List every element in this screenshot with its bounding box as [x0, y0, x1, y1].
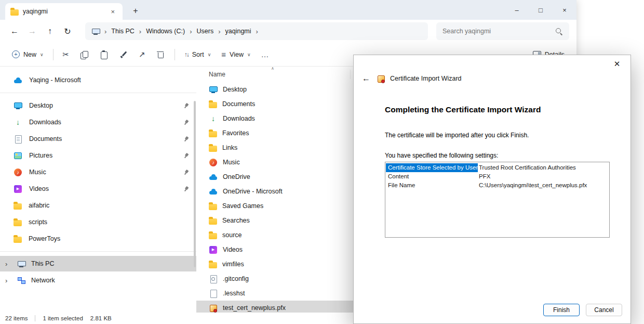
wizard-back-button[interactable]: ←	[362, 74, 370, 83]
search-box[interactable]	[436, 22, 569, 40]
sidebar-item-scripts[interactable]: scripts	[0, 214, 196, 230]
view-button[interactable]: ≡ View ∨	[217, 46, 255, 63]
sidebar-item-network[interactable]: ›Network	[0, 273, 196, 288]
cloud-icon	[209, 187, 218, 196]
new-button[interactable]: + New ∨	[7, 46, 48, 63]
file-name: Music	[223, 159, 240, 166]
sidebar-item-pictures[interactable]: Pictures	[0, 147, 196, 164]
cut-button[interactable]: ✂	[58, 46, 74, 63]
sidebar-divider	[0, 251, 196, 252]
more-options-button[interactable]: …	[257, 46, 274, 63]
share-button[interactable]: ↗	[134, 46, 150, 63]
breadcrumb-item[interactable]: This PC	[111, 27, 135, 36]
selection-size: 2.81 KB	[90, 315, 112, 321]
copy-icon	[79, 50, 89, 59]
pin-icon	[182, 151, 191, 160]
rename-icon	[119, 50, 128, 59]
window-controls: – □ ×	[505, 0, 576, 20]
downloads-icon	[14, 118, 22, 127]
breadcrumb-item[interactable]: Windows (C:)	[145, 27, 185, 36]
file-name: OneDrive	[223, 173, 250, 180]
tab-bar: yaqingmi × + – □ ×	[0, 0, 576, 20]
finish-button[interactable]: Finish	[543, 304, 580, 316]
new-tab-button[interactable]: +	[128, 4, 143, 18]
pin-icon	[182, 185, 191, 193]
sidebar-item-aifabric[interactable]: aifabric	[0, 197, 196, 214]
sidebar-item-label: aifabric	[29, 202, 49, 209]
breadcrumb-item[interactable]: Users	[196, 27, 214, 36]
file-name: Favorites	[222, 129, 249, 137]
column-header-name[interactable]: ∧ Name	[209, 71, 339, 78]
sidebar-item-this-pc[interactable]: ›This PC	[0, 256, 196, 271]
explorer-tab[interactable]: yaqingmi ×	[5, 3, 123, 20]
tab-close-icon[interactable]: ×	[108, 8, 117, 16]
sidebar-item-label: Pictures	[29, 152, 52, 159]
view-icon: ≡	[221, 50, 226, 59]
new-button-label: New	[23, 51, 36, 58]
folder-icon	[209, 131, 217, 137]
settings-row[interactable]: ContentPFX	[386, 172, 609, 181]
close-button[interactable]: ×	[553, 0, 576, 20]
cloud-icon	[209, 173, 218, 182]
settings-row[interactable]: Certificate Store Selected by UserTruste…	[386, 163, 609, 172]
sort-button[interactable]: ↑↓ Sort ∨	[180, 46, 216, 63]
items-count: 22 items	[5, 315, 28, 321]
maximize-button[interactable]: □	[529, 0, 553, 20]
chevron-right-icon: ›	[185, 28, 196, 35]
folder-icon	[209, 233, 217, 239]
wizard-title: Certificate Import Wizard	[390, 75, 462, 82]
chevron-down-icon: ∨	[247, 52, 251, 57]
folder-icon	[14, 220, 22, 226]
chevron-right-icon: ›	[214, 28, 224, 35]
sidebar-tree-list: ›This PC›Network	[0, 256, 196, 288]
cancel-button[interactable]: Cancel	[586, 304, 622, 316]
sidebar-item-desktop[interactable]: Desktop	[0, 97, 196, 114]
sidebar-item-label: Music	[29, 169, 46, 176]
computer-icon	[91, 27, 100, 36]
minimize-button[interactable]: –	[505, 0, 529, 20]
chevron-down-icon: ∨	[40, 52, 44, 57]
wizard-header: ← Certificate Import Wizard	[354, 72, 630, 85]
chevron-right-icon[interactable]: ›	[5, 260, 12, 268]
sidebar-item-onedrive[interactable]: Yaqing - Microsoft	[0, 72, 196, 88]
delete-button[interactable]	[151, 46, 170, 63]
folder-icon	[209, 204, 217, 210]
sidebar-item-documents[interactable]: Documents	[0, 131, 196, 147]
breadcrumb-item[interactable]: yaqingmi	[225, 27, 252, 36]
up-button[interactable]: ↑	[42, 23, 58, 40]
music-icon	[209, 158, 218, 167]
sidebar-item-downloads[interactable]: Downloads	[0, 114, 196, 131]
file-name: Downloads	[223, 115, 255, 122]
dialog-title-bar: ✕	[354, 55, 630, 72]
settings-table[interactable]: Certificate Store Selected by UserTruste…	[385, 162, 610, 238]
pin-icon	[182, 135, 191, 144]
sidebar-item-powertoys[interactable]: PowerToys	[0, 230, 196, 247]
search-input[interactable]	[442, 28, 555, 35]
copy-button[interactable]	[75, 46, 93, 63]
share-icon: ↗	[139, 50, 145, 59]
sidebar-scrollbar[interactable]	[194, 101, 196, 267]
network-icon	[17, 276, 26, 285]
folder-icon	[14, 203, 22, 210]
cloud-icon	[14, 76, 22, 85]
dialog-close-button[interactable]: ✕	[609, 58, 625, 70]
sidebar-item-label: PowerToys	[29, 235, 60, 242]
sidebar-item-label: Desktop	[29, 102, 53, 109]
chevron-right-icon[interactable]: ›	[5, 277, 12, 284]
setting-value: PFX	[478, 172, 491, 181]
folder-icon	[209, 146, 217, 152]
back-button[interactable]: ←	[6, 23, 23, 40]
setting-key: Content	[386, 172, 478, 181]
rename-button[interactable]	[114, 46, 133, 63]
chevron-right-icon: ›	[135, 28, 145, 35]
sidebar-item-music[interactable]: Music	[0, 164, 196, 180]
paste-icon	[99, 50, 109, 59]
certificate-import-wizard-dialog: ✕ ← Certificate Import Wizard Completing…	[353, 55, 631, 324]
gear-file-icon	[209, 275, 218, 283]
settings-row[interactable]: File NameC:\Users\yaqingmi\test_cert_new…	[386, 181, 609, 190]
folder-icon	[209, 102, 217, 108]
paste-button[interactable]	[95, 46, 113, 63]
forward-button[interactable]: →	[24, 23, 41, 40]
refresh-button[interactable]: ↻	[59, 23, 76, 40]
sidebar-item-videos[interactable]: Videos	[0, 180, 196, 197]
